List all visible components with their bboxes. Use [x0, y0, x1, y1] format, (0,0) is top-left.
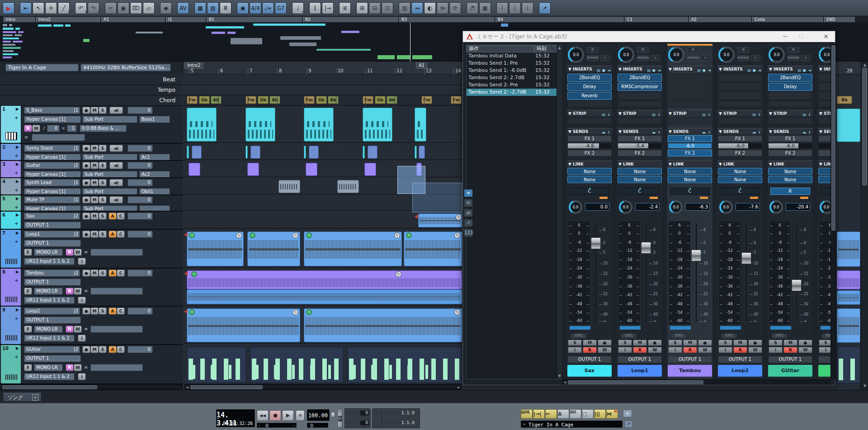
track-color-tab[interactable]: 5▶+ [1, 195, 21, 211]
pan-display[interactable]: R [770, 188, 810, 195]
sliver-audio-clip[interactable] [837, 270, 860, 289]
volume-display[interactable]: 0.0 [585, 203, 609, 211]
record-arm-button[interactable]: ● [82, 307, 90, 315]
toolbar-button-33[interactable]: ▩ [479, 2, 491, 14]
instrument-box[interactable]: Hyper Canvas [1] [24, 205, 81, 212]
list-icon[interactable]: ≡ [24, 135, 28, 140]
clip-pb[interactable] [189, 163, 200, 176]
toolbar-button-30[interactable]: ≫ [437, 2, 448, 14]
solo-button[interactable]: S [99, 162, 107, 169]
channel-button-●[interactable]: ● [698, 340, 712, 346]
solo-button[interactable]: S [99, 196, 107, 203]
sends-header[interactable]: ▼ SENDS↑▬ [717, 128, 763, 134]
clip-pb[interactable] [247, 163, 259, 176]
arrange-hscroll-thumb[interactable] [190, 385, 263, 389]
clip-pb[interactable] [364, 163, 376, 176]
inserts-header[interactable]: ▼ INSERTS◄●▤ [567, 66, 612, 72]
transport-mode-button-5[interactable]: ▢ [582, 409, 594, 419]
pan-display[interactable]: C [720, 188, 760, 195]
patch-box[interactable] [139, 205, 170, 212]
transport-mode-button-3[interactable]: Δ [557, 409, 569, 419]
channel-button-S[interactable]: S [618, 340, 632, 346]
channel-button-M[interactable]: M [683, 340, 697, 346]
record-arm-button[interactable]: ● [82, 145, 90, 152]
track-add-icon[interactable]: + [14, 170, 19, 176]
mono-button[interactable]: MONO [687, 55, 699, 61]
audio-a-button[interactable]: A [108, 307, 117, 315]
channel-button-i[interactable]: i [718, 347, 732, 353]
list-icon[interactable]: ≡ [84, 326, 88, 331]
mute-button[interactable]: M [90, 346, 99, 353]
offset-spinner[interactable]: ≑ 0 ⌄ [337, 409, 342, 428]
link-slot-1[interactable]: None [567, 168, 612, 175]
channel-button-i[interactable]: i [819, 347, 830, 353]
green-badge-icon[interactable]: • [306, 309, 312, 315]
strip-header[interactable]: ▼ STRIP↓▤ [818, 110, 830, 116]
track-expand-icon[interactable]: ▶ [16, 231, 19, 235]
green-badge-icon[interactable]: • [191, 271, 197, 277]
channel-button-S[interactable]: S [668, 340, 682, 346]
mono-lr-box[interactable]: MONO LR [34, 288, 63, 295]
marker-I1[interactable]: I1 [166, 17, 206, 22]
channel-name[interactable]: Sax [567, 365, 612, 377]
channel-button-W[interactable]: W [598, 347, 612, 353]
sliver-guitar-clip[interactable] [837, 346, 860, 383]
insert-slot-empty[interactable] [718, 83, 762, 91]
phase-button[interactable]: Ø [737, 47, 749, 53]
channel-button-W[interactable]: W [798, 347, 812, 353]
patch-box[interactable]: Ac1 [139, 154, 170, 161]
empty-box[interactable] [90, 249, 143, 256]
history-column-operation[interactable]: 操作 [467, 45, 534, 52]
send-1-level[interactable]: -6.0 [668, 143, 712, 149]
strip-slot-empty[interactable] [668, 117, 712, 124]
playlist-button[interactable]: ≡ [296, 410, 305, 421]
record-button[interactable]: ● [269, 410, 281, 421]
position-slider[interactable]: ◁ ▷ [257, 423, 297, 428]
audio-input-box[interactable]: UR12 Input 1 1 & 2 [24, 335, 75, 342]
channel-button-●[interactable]: ● [798, 340, 812, 346]
list-icon[interactable]: ≡ [523, 422, 526, 426]
mono-button[interactable]: MONO [788, 55, 799, 61]
mute-button[interactable]: M [90, 179, 99, 186]
spinner-down-icon[interactable]: ⌄ [339, 424, 341, 427]
write-automation-button[interactable]: W [74, 288, 82, 295]
info-button[interactable]: i [78, 335, 86, 342]
insert-slot-empty[interactable] [768, 92, 812, 100]
insert-slot-empty[interactable] [818, 74, 830, 82]
toolbar-button-20[interactable]: ♩▾ [292, 2, 304, 14]
toolbar-button-18[interactable]: ♩= [262, 2, 274, 14]
audio-c-button[interactable]: C [117, 307, 125, 315]
toolbar-button-13[interactable]: ▦ [194, 2, 206, 14]
link-header[interactable]: ▼ LINK [667, 161, 712, 167]
audio-c-button[interactable]: C [117, 231, 125, 238]
clip-wave[interactable]: •↻ [247, 232, 300, 266]
toolbar-button-14[interactable]: ▤ [207, 2, 219, 14]
channel-output[interactable]: OUTPUT 1 [718, 356, 762, 363]
toolbar-button-4[interactable]: ╱▾ [58, 2, 70, 14]
gutter-icon-2[interactable]: ⇄ [464, 209, 473, 217]
channel-button-S[interactable]: S [568, 340, 582, 346]
link-slot-2[interactable] [818, 176, 830, 183]
track-expand-icon[interactable]: ▶ [16, 196, 19, 201]
channel-button-●[interactable]: ● [748, 340, 762, 346]
clip-gtr[interactable] [250, 347, 344, 383]
sends-header[interactable]: ▼ SENDS↑▬ [617, 128, 662, 134]
rms-button[interactable]: RMS [771, 333, 788, 339]
preroll-value[interactable]: 0 [360, 410, 369, 416]
patch-box[interactable]: Bass1 [139, 116, 170, 123]
clip-midi[interactable] [245, 108, 275, 142]
tab-song[interactable]: ソング × [3, 392, 42, 402]
channel-button-M[interactable]: M [733, 340, 747, 346]
channel-button-W[interactable]: W [748, 347, 762, 353]
clip-gtr[interactable] [347, 347, 462, 383]
insert-slot-Delay[interactable]: Delay [567, 83, 612, 91]
send-1-button[interactable]: FX 1 [668, 135, 712, 142]
read-automation-button[interactable]: R [66, 364, 74, 371]
strip-slot-empty[interactable] [768, 117, 812, 124]
link-slot-2[interactable]: None [668, 176, 712, 183]
toolbar-button-16[interactable]: ◉ [237, 2, 249, 14]
scroll-right-arrow[interactable]: ► [457, 385, 461, 390]
pan-knob[interactable]: 0.0 [568, 47, 584, 63]
channel-button-i[interactable]: i [568, 347, 582, 353]
sends-header[interactable]: ▼ SENDS↑▬ [768, 128, 813, 134]
